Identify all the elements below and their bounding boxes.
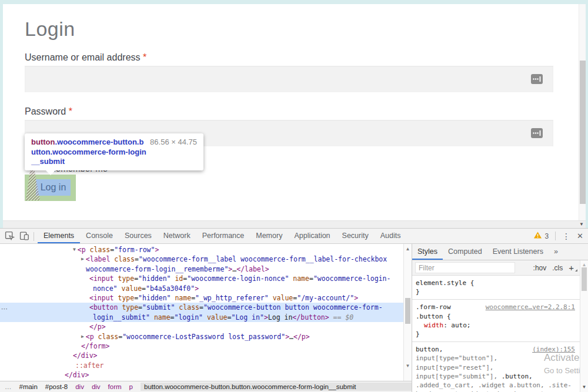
css-rule-line[interactable]: }	[416, 287, 576, 296]
browser-window: Login Username or email address * Passwo…	[0, 0, 588, 392]
devtools-close-icon[interactable]: ✕	[577, 232, 583, 240]
inspect-tooltip-size: 86.56 × 44.75	[150, 138, 197, 146]
page-scrollbar-thumb[interactable]	[580, 61, 586, 204]
dom-tree-node[interactable]: nonce" value="b4a5a304f0">	[0, 284, 403, 293]
css-rule[interactable]: button,(index):155input[type="button"],i…	[412, 341, 580, 392]
toggle-hover-state-button[interactable]: :hov	[533, 264, 547, 272]
dom-tree-node[interactable]: <input type="hidden" id="woocommerce-log…	[0, 274, 403, 283]
dom-tree-node[interactable]: ▶<label class="woocommerce-form__label w…	[0, 254, 403, 264]
styles-tab-styles[interactable]: Styles	[412, 244, 443, 260]
css-rule-line[interactable]: .button {	[416, 312, 576, 321]
page-vertical-scrollbar[interactable]	[579, 4, 586, 220]
css-rule-line[interactable]: .added_to_cart, .widget a.button, .site-	[416, 381, 576, 390]
breadcrumb-id[interactable]: #main	[19, 383, 38, 390]
devtools-tab-console[interactable]: Console	[80, 229, 119, 243]
dom-tree-node[interactable]: ▶<p class="woocommerce-LostPassword lost…	[0, 332, 403, 341]
css-rule-line[interactable]: input[type="button"],	[416, 354, 576, 363]
dom-tree-node[interactable]: <input type="hidden" name="_wp_http_refe…	[0, 293, 403, 303]
breadcrumb-tag[interactable]: div	[92, 383, 101, 390]
new-style-rule-button[interactable]: +	[569, 263, 576, 273]
elements-tree-pane: ⋯ ▼<p class="form-row">▶<label class="wo…	[0, 244, 412, 381]
dom-tree-selected-node[interactable]: <button type="submit" class="woocommerce…	[0, 303, 403, 312]
device-toolbar-icon[interactable]	[19, 231, 29, 243]
elements-scrollbar[interactable]: ▲ ▼	[403, 244, 412, 381]
page-horizontal-scrollbar[interactable]: ▼	[3, 220, 586, 228]
inspect-element-icon[interactable]	[5, 231, 15, 243]
breadcrumb-more[interactable]: …	[5, 383, 12, 390]
devtools-menu-icon[interactable]: ⋮	[562, 232, 570, 241]
css-rule[interactable]: element.style {}	[412, 276, 580, 299]
styles-tab-»[interactable]: »	[549, 244, 563, 260]
devtools-tab-elements[interactable]: Elements	[38, 229, 80, 243]
devtools-tab-sources[interactable]: Sources	[119, 229, 158, 243]
breadcrumb-id[interactable]: #post-8	[45, 383, 68, 390]
inspect-tooltip: button.woocommerce-button.button.woocomm…	[25, 133, 203, 170]
autofill-extension-icon[interactable]	[531, 128, 543, 140]
styles-tab-bar: StylesComputedEvent Listeners»	[412, 244, 588, 260]
dom-tree-selected-node[interactable]: login__submit" name="login" value="Log i…	[0, 313, 403, 322]
devtools-tab-memory[interactable]: Memory	[250, 229, 288, 243]
styles-scrollbar[interactable]: ▲ ▼	[580, 260, 588, 392]
page-background-edge-right	[586, 0, 588, 228]
elements-scrollbar-thumb[interactable]	[405, 298, 410, 324]
css-rule[interactable]: .form-rowwoocommerce…ver=2.2.8:1.button …	[412, 299, 580, 341]
dom-tree-node[interactable]: ::after	[0, 361, 403, 370]
page-title: Login	[25, 18, 75, 41]
username-input[interactable]	[25, 66, 553, 92]
devtools-tab-security[interactable]: Security	[336, 229, 375, 243]
scroll-up-icon[interactable]: ▲	[404, 246, 412, 252]
styles-scrollbar-thumb[interactable]	[582, 267, 587, 291]
devtools-tab-performance[interactable]: Performance	[196, 229, 250, 243]
css-rule-line[interactable]: input[type="submit"], .button,	[416, 372, 576, 381]
page-background-edge-top	[0, 0, 588, 4]
dom-node-menu-icon[interactable]: ⋯	[1, 305, 8, 313]
warning-count[interactable]: 3	[544, 232, 549, 240]
styles-sidebar: StylesComputedEvent Listeners» :hov .cls…	[412, 244, 588, 392]
devtools-tab-application[interactable]: Application	[288, 229, 336, 243]
password-label: Password *	[25, 106, 72, 117]
scroll-down-icon[interactable]: ▼	[579, 221, 584, 228]
styles-tab-event-listeners[interactable]: Event Listeners	[487, 244, 549, 260]
stylesheet-source-link[interactable]: (index):155	[532, 345, 575, 354]
devtools-tab-bar: ElementsConsoleSourcesNetworkPerformance…	[38, 229, 406, 243]
breadcrumb-tag[interactable]: p	[129, 383, 133, 390]
dom-tree-node[interactable]: </p>	[0, 322, 403, 331]
styles-filter-row: :hov .cls +	[412, 260, 588, 276]
css-rule-line[interactable]: input[type="reset"],	[416, 363, 576, 372]
breadcrumb-tag[interactable]: div	[75, 383, 84, 390]
page-background-edge-left	[0, 0, 3, 228]
dom-tree-node[interactable]: </form>	[0, 341, 403, 351]
breadcrumb-selected-node[interactable]: button.woocommerce-button.button.woocomm…	[141, 383, 412, 391]
css-rules-list: element.style {}.form-rowwoocommerce…ver…	[412, 276, 580, 392]
toolbar-divider	[555, 232, 556, 240]
dom-tree-node[interactable]: ▼<p class="form-row">	[0, 245, 403, 254]
css-rule-line[interactable]: button,(index):155	[416, 345, 576, 354]
devtools-toolbar: ElementsConsoleSourcesNetworkPerformance…	[0, 228, 588, 244]
dom-tree-node[interactable]: </div>	[0, 351, 403, 360]
scroll-down-icon[interactable]: ▼	[404, 363, 412, 368]
scroll-up-icon[interactable]: ▲	[580, 262, 588, 267]
dom-tree: ▼<p class="form-row">▶<label class="wooc…	[0, 245, 403, 380]
toolbar-divider	[34, 232, 34, 241]
styles-filter-input[interactable]	[415, 262, 515, 273]
css-rule-line[interactable]: width: auto;	[416, 321, 576, 330]
autofill-extension-icon[interactable]	[531, 74, 543, 86]
devtools-tab-audits[interactable]: Audits	[375, 229, 407, 243]
css-rule-line[interactable]: element.style {	[416, 279, 576, 287]
css-rule-line[interactable]: .form-rowwoocommerce…ver=2.2.8:1	[416, 303, 576, 311]
login-button-label: Log in	[36, 179, 71, 196]
css-rule-line[interactable]: }	[416, 330, 576, 339]
dom-tree-node[interactable]: woocommerce-form-login__rememberme">…</l…	[0, 264, 403, 274]
scroll-down-icon[interactable]: ▼	[580, 384, 588, 390]
breadcrumb-tag[interactable]: form	[108, 383, 122, 390]
username-label: Username or email address *	[25, 52, 146, 63]
dom-breadcrumb-bar: …#main#post-8divdivformpbutton.woocommer…	[0, 381, 412, 392]
devtools-tab-network[interactable]: Network	[158, 229, 196, 243]
stylesheet-source-link[interactable]: woocommerce…ver=2.2.8:1	[486, 303, 575, 311]
toggle-class-button[interactable]: .cls	[552, 264, 563, 272]
dom-tree-node[interactable]: </div>	[0, 370, 403, 380]
css-rule-line[interactable]: header-cart .widget_shopping_cart	[416, 390, 576, 392]
required-asterisk: *	[69, 106, 72, 116]
styles-tab-computed[interactable]: Computed	[443, 244, 487, 260]
warning-icon[interactable]	[533, 231, 542, 242]
